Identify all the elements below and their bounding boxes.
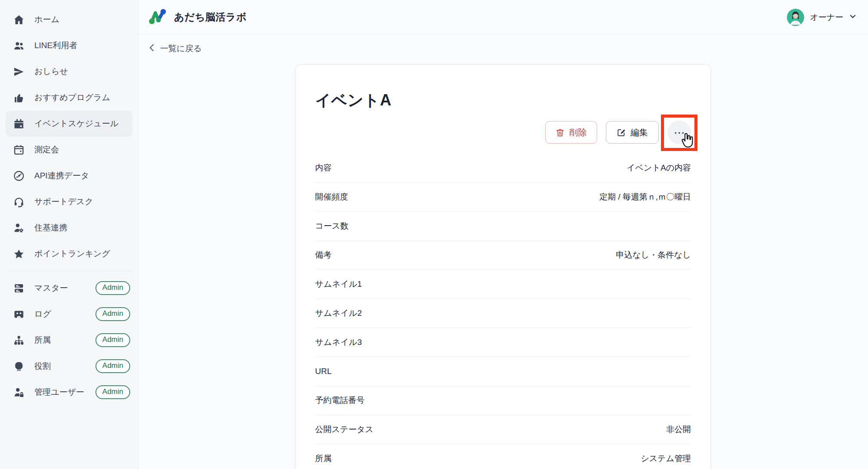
- sidebar-item-label: マスター: [34, 282, 68, 294]
- detail-row-frequency: 開催頻度 定期 / 毎週第ｎ,ｍ〇曜日: [315, 183, 691, 212]
- brand: あだち脳活ラボ: [148, 7, 247, 27]
- sidebar-item-label: 管理ユーザー: [34, 387, 84, 398]
- top-header: あだち脳活ラボ オーナー: [138, 0, 868, 35]
- row-value: システム管理: [641, 453, 691, 464]
- thumbs-up-icon: [13, 92, 25, 104]
- trash-icon: [556, 128, 565, 137]
- row-label: サムネイル2: [315, 308, 362, 319]
- sidebar-item-label: イベントスケジュール: [34, 118, 118, 129]
- detail-row-thumbnail2: サムネイル2: [315, 299, 691, 328]
- back-link[interactable]: 一覧に戻る: [148, 43, 202, 54]
- admin-badge: Admin: [95, 307, 130, 321]
- sidebar-item-label: 所属: [34, 335, 51, 346]
- row-label: サムネイル1: [315, 279, 362, 290]
- sidebar-item-label: ホーム: [34, 14, 59, 25]
- sitemap-icon: [13, 335, 25, 346]
- sidebar-item-master[interactable]: マスター Admin: [0, 275, 138, 301]
- sidebar-item-home[interactable]: ホーム: [0, 7, 138, 33]
- medal-icon: [13, 361, 25, 372]
- sidebar-item-recommended-programs[interactable]: おすすめプログラム: [0, 85, 138, 111]
- sidebar-item-label: ログ: [34, 308, 51, 320]
- brand-name: あだち脳活ラボ: [174, 10, 247, 24]
- detail-row-publish-status: 公開ステータス 非公開: [315, 415, 691, 444]
- detail-row-phone: 予約電話番号: [315, 386, 691, 415]
- row-label: サムネイル3: [315, 337, 362, 348]
- sidebar-item-api-data[interactable]: API連携データ: [0, 163, 138, 189]
- row-label: 内容: [315, 162, 332, 174]
- sidebar-item-label: API連携データ: [34, 170, 89, 181]
- detail-row-url: URL: [315, 357, 691, 386]
- calendar-solid-icon: [13, 118, 25, 130]
- paper-plane-icon: [13, 66, 25, 78]
- page: ホーム LINE利用者 おしらせ おすすめプログラム イベントスケジュール: [0, 0, 868, 469]
- edit-icon: [617, 128, 626, 137]
- sidebar-item-event-schedule[interactable]: イベントスケジュール: [6, 111, 132, 137]
- detail-row-content: 内容 イベントAの内容: [315, 154, 691, 183]
- sidebar-item-support-desk[interactable]: サポートデスク: [0, 189, 138, 215]
- page-title: イベントA: [315, 90, 691, 111]
- sidebar-item-log[interactable]: ログ Admin: [0, 301, 138, 327]
- sidebar-item-label: おすすめプログラム: [34, 92, 110, 103]
- calendar-outline-icon: [13, 144, 25, 156]
- back-link-label: 一覧に戻る: [160, 43, 202, 54]
- event-detail-card: イベントA 削除 編集 ⋯: [295, 64, 711, 469]
- sidebar-item-affiliation[interactable]: 所属 Admin: [0, 327, 138, 353]
- user-name: オーナー: [810, 12, 843, 23]
- action-button-row: 削除 編集 ⋯: [315, 121, 691, 144]
- users-icon: [13, 40, 25, 52]
- sidebar-divider: [7, 271, 131, 271]
- detail-row-thumbnail1: サムネイル1: [315, 270, 691, 299]
- sidebar-item-measurement[interactable]: 測定会: [0, 137, 138, 163]
- sidebar-item-label: おしらせ: [34, 66, 68, 77]
- edit-button[interactable]: 編集: [606, 121, 659, 144]
- admin-badge: Admin: [95, 359, 130, 373]
- more-button[interactable]: ⋯: [667, 121, 691, 144]
- row-label: 開催頻度: [315, 191, 348, 203]
- row-label: 所属: [315, 453, 332, 464]
- edit-button-label: 編集: [631, 127, 648, 138]
- row-label: 備考: [315, 249, 332, 261]
- user-menu[interactable]: オーナー: [787, 9, 857, 26]
- sidebar: ホーム LINE利用者 おしらせ おすすめプログラム イベントスケジュール: [0, 0, 138, 469]
- sidebar-item-label: ポイントランキング: [34, 248, 110, 259]
- sidebar-item-label: 測定会: [34, 144, 59, 155]
- ellipsis-icon: ⋯: [674, 126, 685, 139]
- brand-logo-icon: [148, 7, 168, 27]
- row-label: 予約電話番号: [315, 395, 365, 406]
- admin-badge: Admin: [95, 333, 130, 347]
- admin-badge: Admin: [95, 281, 130, 295]
- row-value: 申込なし・条件なし: [616, 249, 691, 261]
- row-label: URL: [315, 367, 332, 376]
- server-icon: [13, 282, 25, 294]
- sidebar-item-role[interactable]: 役割 Admin: [0, 353, 138, 379]
- row-label: コース数: [315, 220, 349, 232]
- avatar: [787, 9, 804, 26]
- row-value: イベントAの内容: [627, 162, 691, 174]
- delete-button-label: 削除: [569, 127, 587, 138]
- detail-row-notes: 備考 申込なし・条件なし: [315, 241, 691, 270]
- detail-row-course-count: コース数: [315, 212, 691, 241]
- star-icon: [13, 248, 25, 260]
- sidebar-item-line-users[interactable]: LINE利用者: [0, 33, 138, 59]
- row-label: 公開ステータス: [315, 424, 374, 435]
- sidebar-item-juki-link[interactable]: 住基連携: [0, 215, 138, 241]
- row-value: 定期 / 毎週第ｎ,ｍ〇曜日: [599, 191, 691, 203]
- main-content: 一覧に戻る イベントA 削除 編集 ⋯: [138, 35, 868, 469]
- delete-button[interactable]: 削除: [545, 121, 597, 144]
- sidebar-item-news[interactable]: おしらせ: [0, 59, 138, 85]
- sidebar-item-label: サポートデスク: [34, 196, 93, 207]
- sidebar-item-label: 役割: [34, 361, 51, 372]
- chevron-down-icon: [849, 13, 857, 22]
- sidebar-item-admin-users[interactable]: 管理ユーザー Admin: [0, 379, 138, 405]
- user-gear-icon: [13, 222, 25, 234]
- sidebar-item-point-ranking[interactable]: ポイントランキング: [0, 241, 138, 267]
- detail-rows: 内容 イベントAの内容 開催頻度 定期 / 毎週第ｎ,ｍ〇曜日 コース数 備考 …: [315, 154, 691, 469]
- more-button-wrap: ⋯: [667, 121, 691, 144]
- home-icon: [13, 14, 25, 26]
- chevron-left-icon: [148, 43, 155, 54]
- headset-icon: [13, 196, 25, 208]
- detail-row-thumbnail3: サムネイル3: [315, 328, 691, 357]
- admin-badge: Admin: [95, 385, 130, 399]
- sidebar-item-label: 住基連携: [34, 222, 67, 233]
- detail-row-affiliation: 所属 システム管理: [315, 444, 691, 469]
